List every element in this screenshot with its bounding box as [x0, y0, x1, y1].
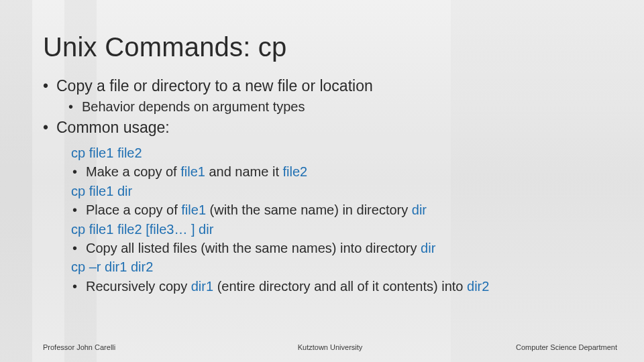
desc-text: Place a copy of — [86, 202, 181, 217]
command-cp-file-dir: cp file1 dir — [71, 182, 601, 200]
bullet-list: Copy a file or directory to a new file o… — [43, 77, 601, 137]
bullet-text: Copy a file or directory to a new file o… — [56, 77, 373, 95]
desc-text: Recursively copy — [86, 279, 191, 294]
desc-cp-recursive: Recursively copy dir1 (entire directory … — [71, 277, 601, 296]
desc-text: (entire directory and all of it contents… — [213, 279, 467, 294]
slide: Unix Commands: cp Copy a file or directo… — [0, 0, 644, 362]
arg-file1: file1 — [181, 202, 206, 217]
arg-file1: file1 — [180, 164, 205, 179]
command-cp-file-file: cp file1 file2 — [71, 143, 601, 162]
bullet-behavior: Behavior depends on argument types — [68, 99, 601, 115]
footer-university: Kutztown University — [298, 343, 363, 351]
footer-department: Computer Science Department — [516, 343, 617, 351]
bullet-copy-description: Copy a file or directory to a new file o… — [43, 77, 601, 115]
footer: Professor John Carelli Kutztown Universi… — [43, 343, 617, 351]
desc-text: Make a copy of — [86, 164, 180, 179]
arg-dir: dir — [421, 241, 435, 255]
page-title: Unix Commands: cp — [43, 32, 601, 62]
bullet-text: Common usage: — [56, 119, 170, 136]
usage-block: cp file1 file2 Make a copy of file1 and … — [71, 143, 601, 296]
arg-file2: file2 — [283, 164, 308, 179]
arg-dir1: dir1 — [191, 279, 213, 294]
arg-dir: dir — [412, 202, 427, 217]
arg-dir2: dir2 — [467, 279, 489, 294]
command-cp-multi-dir: cp file1 file2 [file3… ] dir — [71, 220, 601, 239]
desc-cp-multi-dir: Copy all listed files (with the same nam… — [71, 239, 601, 257]
bullet-common-usage: Common usage: — [43, 119, 601, 137]
command-cp-recursive: cp –r dir1 dir2 — [71, 257, 601, 276]
desc-text: Copy all listed files (with the same nam… — [86, 241, 421, 255]
footer-author: Professor John Carelli — [43, 343, 115, 351]
desc-text: and name it — [205, 164, 283, 179]
desc-cp-file-file: Make a copy of file1 and name it file2 — [71, 162, 601, 181]
sub-bullet-list: Behavior depends on argument types — [68, 99, 601, 115]
desc-cp-file-dir: Place a copy of file1 (with the same nam… — [71, 200, 601, 219]
desc-text: (with the same name) in directory — [206, 202, 412, 217]
